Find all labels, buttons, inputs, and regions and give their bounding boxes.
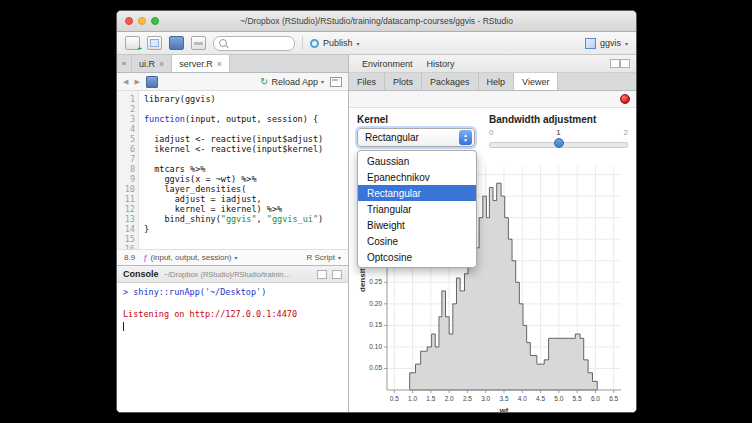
- kernel-option-triangular[interactable]: Triangular: [358, 201, 476, 217]
- minimize-pane-icon[interactable]: [610, 59, 620, 68]
- maximize-pane-icon[interactable]: [332, 270, 342, 279]
- console-output[interactable]: > shiny::runApp('~/Desktop') Listening o…: [117, 283, 348, 412]
- zoom-window-button[interactable]: [151, 17, 159, 25]
- line-number: 8: [117, 164, 135, 174]
- line-number: 7: [117, 154, 135, 164]
- minimize-window-button[interactable]: [138, 17, 146, 25]
- line-number: 11: [117, 194, 135, 204]
- bandwidth-slider[interactable]: 0 1 2: [489, 128, 628, 156]
- slider-value-label: 1: [556, 128, 560, 137]
- chevron-down-icon: ▾: [357, 40, 360, 47]
- svg-text:1.5: 1.5: [426, 395, 435, 402]
- scope-label: (input, output, session): [151, 253, 232, 262]
- svg-text:wt: wt: [499, 406, 509, 412]
- kernel-select[interactable]: Rectangular ▲▼: [357, 128, 475, 147]
- line-number: 3: [117, 114, 135, 124]
- forward-icon[interactable]: ▶: [134, 78, 139, 86]
- file-type-menu[interactable]: R Script ▾: [307, 253, 341, 262]
- line-number: 4: [117, 124, 135, 134]
- slider-min-label: 0: [489, 128, 493, 137]
- svg-text:3.0: 3.0: [481, 395, 490, 402]
- line-number: 6: [117, 144, 135, 154]
- code-line: library(ggvis): [144, 94, 348, 104]
- tab-nav-icon[interactable]: «: [117, 55, 132, 72]
- code-line: ggvis(x = ~wt) %>%: [144, 174, 348, 184]
- svg-text:6.0: 6.0: [591, 395, 600, 402]
- file-type-label: R Script: [307, 253, 335, 262]
- scope-selector[interactable]: ƒ (input, output, session) ▾: [143, 253, 237, 262]
- go-to-file-field[interactable]: [213, 36, 295, 51]
- kernel-option-biweight[interactable]: Biweight: [358, 217, 476, 233]
- text-cursor: [123, 322, 124, 331]
- save-icon[interactable]: [169, 36, 184, 50]
- main-toolbar: Publish ▾ ggvis ▾: [117, 32, 636, 55]
- code-line: bind_shiny("ggvis", "ggvis_ui"): [144, 214, 348, 224]
- editor-tab-ui.R[interactable]: ui.R×: [132, 55, 172, 72]
- tab-environment[interactable]: Environment: [355, 59, 420, 69]
- line-number: 10: [117, 184, 135, 194]
- svg-text:3.5: 3.5: [499, 395, 508, 402]
- new-file-icon[interactable]: [125, 36, 140, 50]
- svg-text:1.0: 1.0: [408, 395, 417, 402]
- popout-window-icon[interactable]: [330, 77, 342, 87]
- minimize-pane-icon[interactable]: [317, 270, 327, 279]
- kernel-option-gaussian[interactable]: Gaussian: [358, 153, 476, 169]
- code-editor[interactable]: 12345678910111213141516 library(ggvis) f…: [117, 91, 348, 249]
- tab-viewer[interactable]: Viewer: [514, 73, 558, 90]
- project-label: ggvis: [600, 38, 621, 48]
- svg-text:0.10: 0.10: [369, 343, 382, 350]
- project-icon: [585, 38, 596, 49]
- svg-text:2.0: 2.0: [445, 395, 454, 402]
- right-column: EnvironmentHistory FilesPlotsPackagesHel…: [349, 55, 636, 412]
- publish-icon: [310, 39, 319, 48]
- save-icon[interactable]: [146, 76, 158, 88]
- tab-files[interactable]: Files: [349, 73, 385, 90]
- maximize-pane-icon[interactable]: [620, 59, 630, 68]
- bandwidth-label: Bandwidth adjustment: [489, 114, 628, 125]
- kernel-label: Kernel: [357, 114, 475, 125]
- traffic-lights: [125, 17, 159, 25]
- stop-app-button[interactable]: [620, 94, 630, 104]
- svg-text:0.5: 0.5: [390, 395, 399, 402]
- slider-handle[interactable]: [554, 138, 564, 148]
- code-line: [144, 234, 348, 244]
- tab-label: server.R: [179, 59, 213, 69]
- select-arrows-icon: ▲▼: [459, 130, 472, 145]
- line-number: 13: [117, 214, 135, 224]
- svg-text:0.05: 0.05: [369, 364, 382, 371]
- svg-text:4.5: 4.5: [536, 395, 545, 402]
- line-number: 14: [117, 224, 135, 234]
- tab-plots[interactable]: Plots: [385, 73, 422, 90]
- back-icon[interactable]: ◀: [123, 78, 128, 86]
- svg-text:0.20: 0.20: [369, 300, 382, 307]
- close-window-button[interactable]: [125, 17, 133, 25]
- print-icon[interactable]: [191, 36, 206, 50]
- svg-text:5.0: 5.0: [554, 395, 563, 402]
- reload-app-button[interactable]: ↻ Reload App ▾: [260, 77, 324, 87]
- kernel-option-rectangular[interactable]: Rectangular: [358, 185, 476, 201]
- kernel-selected-value: Rectangular: [365, 132, 419, 143]
- new-project-icon[interactable]: [147, 36, 162, 50]
- console-header[interactable]: Console ~/Dropbox (RStudio)/RStudio/trai…: [117, 266, 348, 283]
- tab-packages[interactable]: Packages: [422, 73, 479, 90]
- code-line: function(input, output, session) {: [144, 114, 348, 124]
- console-working-directory: ~/Dropbox (RStudio)/RStudio/training/dat…: [164, 270, 292, 279]
- function-icon: ƒ: [143, 253, 147, 262]
- kernel-option-optcosine[interactable]: Optcosine: [358, 249, 476, 265]
- publish-button[interactable]: Publish ▾: [310, 38, 360, 48]
- code-line: adjust = iadjust,: [144, 194, 348, 204]
- line-number: 9: [117, 174, 135, 184]
- tab-help[interactable]: Help: [479, 73, 515, 90]
- kernel-dropdown-list[interactable]: GaussianEpanechnikovRectangularTriangula…: [357, 150, 477, 268]
- editor-tabbar: « ui.R×server.R×: [117, 55, 348, 73]
- editor-tab-server.R[interactable]: server.R×: [172, 55, 230, 72]
- kernel-option-cosine[interactable]: Cosine: [358, 233, 476, 249]
- titlebar[interactable]: ~/Dropbox (RStudio)/RStudio/training/dat…: [117, 11, 636, 32]
- close-tab-icon[interactable]: ×: [159, 59, 164, 69]
- tab-history[interactable]: History: [420, 59, 462, 69]
- environment-pane-header: EnvironmentHistory: [349, 55, 636, 73]
- project-menu[interactable]: ggvis ▾: [585, 38, 628, 49]
- close-tab-icon[interactable]: ×: [217, 59, 222, 69]
- kernel-option-epanechnikov[interactable]: Epanechnikov: [358, 169, 476, 185]
- svg-text:0.15: 0.15: [369, 321, 382, 328]
